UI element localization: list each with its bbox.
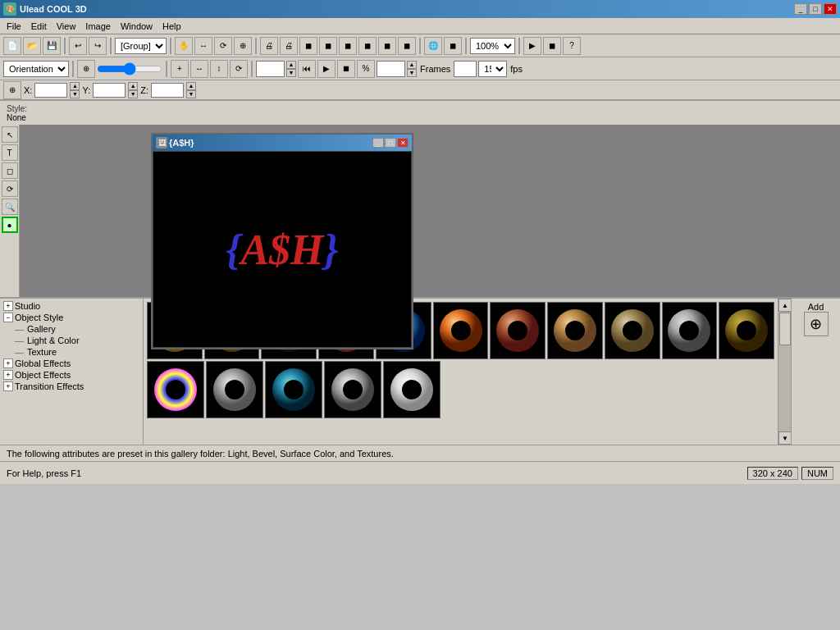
tree-light-color[interactable]: — Light & Color bbox=[2, 335, 141, 346]
tree-object-effects[interactable]: + Object Effects bbox=[2, 369, 141, 381]
menu-help[interactable]: Help bbox=[158, 21, 186, 32]
tool4[interactable]: ⊕ bbox=[234, 37, 252, 55]
t2-btn3[interactable]: ↔ bbox=[190, 60, 208, 78]
tool8[interactable]: ◼ bbox=[358, 37, 377, 55]
gallery-item-dark-gold[interactable] bbox=[719, 302, 774, 359]
special-tool[interactable]: ● bbox=[2, 217, 18, 233]
scroll-thumb[interactable] bbox=[779, 313, 791, 345]
frame-end-input[interactable]: 10 bbox=[377, 61, 405, 77]
tool1[interactable]: ✋ bbox=[175, 37, 193, 55]
tree-object-effects-expand[interactable]: + bbox=[3, 370, 13, 380]
z-up[interactable]: ▲ bbox=[186, 82, 196, 90]
scroll-up-button[interactable]: ▲ bbox=[778, 299, 791, 312]
frame-spin-up[interactable]: ▲ bbox=[286, 61, 296, 69]
menu-edit[interactable]: Edit bbox=[26, 21, 52, 32]
redo-button[interactable]: ↪ bbox=[89, 37, 107, 55]
preview-maximize[interactable]: □ bbox=[385, 138, 396, 148]
tool6[interactable]: ◼ bbox=[319, 37, 337, 55]
tree-studio-expand[interactable]: + bbox=[3, 301, 13, 311]
tree-transition-expand[interactable]: + bbox=[3, 381, 13, 391]
fps-select[interactable]: 15 bbox=[478, 61, 507, 77]
scroll-down-button[interactable]: ▼ bbox=[778, 431, 791, 445]
gallery-item-multicolor[interactable] bbox=[147, 361, 204, 418]
save-button[interactable]: 💾 bbox=[43, 37, 61, 55]
menu-file[interactable]: File bbox=[2, 21, 26, 32]
print2-button[interactable]: 🖨 bbox=[280, 37, 298, 55]
menu-window[interactable]: Window bbox=[116, 21, 158, 32]
tool12[interactable]: ◼ bbox=[444, 37, 462, 55]
add-button[interactable]: ⊕ bbox=[804, 312, 829, 336]
tree-studio[interactable]: + Studio bbox=[2, 300, 141, 312]
frame-end-down[interactable]: ▼ bbox=[407, 69, 417, 77]
gallery-item-silver2[interactable] bbox=[206, 361, 263, 418]
frame-end-up[interactable]: ▲ bbox=[407, 61, 417, 69]
tree-object-style-expand[interactable]: − bbox=[3, 313, 13, 322]
tool3[interactable]: ⟳ bbox=[214, 37, 232, 55]
tree-texture[interactable]: — Texture bbox=[2, 346, 141, 358]
x-up[interactable]: ▲ bbox=[70, 82, 80, 90]
tree-transition-effects[interactable]: + Transition Effects bbox=[2, 381, 141, 392]
tool13[interactable]: ▶ bbox=[523, 37, 541, 55]
print-button[interactable]: 🖨 bbox=[260, 37, 278, 55]
tool10[interactable]: ◼ bbox=[398, 37, 416, 55]
tool15[interactable]: ? bbox=[563, 37, 581, 55]
t2-percent[interactable]: % bbox=[357, 60, 375, 78]
open-button[interactable]: 📂 bbox=[23, 37, 41, 55]
t2-btn5[interactable]: ⟳ bbox=[230, 60, 248, 78]
t2-rewind[interactable]: ⏮ bbox=[298, 60, 316, 78]
gallery-item-teal[interactable] bbox=[265, 361, 322, 418]
tool11[interactable]: 🌐 bbox=[424, 37, 442, 55]
gallery-item-silver-mesh[interactable] bbox=[662, 302, 718, 359]
zoom-tool[interactable]: 🔍 bbox=[2, 199, 18, 215]
frames-value[interactable]: 15 bbox=[454, 61, 477, 77]
y-input[interactable]: 0 bbox=[93, 83, 126, 98]
tree-global-effects[interactable]: + Global Effects bbox=[2, 358, 141, 369]
canvas[interactable]: 🖼 {A$H} _ □ ✕ {A$H} bbox=[20, 125, 840, 297]
t2-play[interactable]: ▶ bbox=[317, 60, 336, 78]
gallery-item-rust[interactable] bbox=[490, 302, 546, 359]
gallery-item-chrome[interactable] bbox=[324, 361, 381, 418]
preview-minimize[interactable]: _ bbox=[372, 138, 384, 148]
frame-input[interactable]: 1 bbox=[256, 61, 285, 77]
slider[interactable] bbox=[97, 62, 162, 75]
coord-icon[interactable]: ⊕ bbox=[3, 81, 21, 99]
group-combo[interactable]: [Group] bbox=[115, 38, 167, 54]
frame-spin[interactable]: ▲ ▼ bbox=[286, 61, 296, 77]
y-up[interactable]: ▲ bbox=[128, 82, 138, 90]
t2-btn4[interactable]: ↕ bbox=[210, 60, 228, 78]
tool14[interactable]: ◼ bbox=[543, 37, 561, 55]
preview-close[interactable]: ✕ bbox=[397, 138, 409, 148]
x-input[interactable]: 0 bbox=[34, 83, 67, 98]
orientation-combo[interactable]: Orientation bbox=[3, 61, 69, 77]
tree-gallery[interactable]: — Gallery bbox=[2, 323, 141, 335]
gallery-item-orange[interactable] bbox=[433, 302, 489, 359]
gallery-item-white[interactable] bbox=[383, 361, 441, 418]
y-down[interactable]: ▼ bbox=[128, 90, 138, 98]
shape-tool[interactable]: ◻ bbox=[2, 162, 18, 179]
tool2[interactable]: ↔ bbox=[194, 37, 212, 55]
undo-button[interactable]: ↩ bbox=[69, 37, 87, 55]
t2-btn2[interactable]: + bbox=[171, 60, 189, 78]
menu-image[interactable]: Image bbox=[80, 21, 116, 32]
tree-global-expand[interactable]: + bbox=[3, 358, 13, 368]
gallery-item-tan[interactable] bbox=[547, 302, 603, 359]
tool5[interactable]: ◼ bbox=[299, 37, 317, 55]
zoom-combo[interactable]: 100% bbox=[470, 38, 515, 54]
menu-view[interactable]: View bbox=[52, 21, 81, 32]
select-tool[interactable]: ↖ bbox=[2, 126, 18, 143]
z-input[interactable]: 0 bbox=[151, 83, 184, 98]
x-down[interactable]: ▼ bbox=[70, 90, 80, 98]
gallery-item-bumpy-tan[interactable] bbox=[605, 302, 660, 359]
t2-stop[interactable]: ⏹ bbox=[337, 60, 355, 78]
z-down[interactable]: ▼ bbox=[186, 90, 196, 98]
tool9[interactable]: ◼ bbox=[378, 37, 396, 55]
tree-object-style[interactable]: − Object Style bbox=[2, 312, 141, 323]
rotate-tool[interactable]: ⟳ bbox=[2, 180, 18, 197]
minimize-button[interactable]: _ bbox=[794, 3, 807, 15]
text-tool[interactable]: T bbox=[2, 144, 18, 161]
frame-spin-down[interactable]: ▼ bbox=[286, 69, 296, 77]
close-button[interactable]: ✕ bbox=[824, 3, 837, 15]
scroll-track[interactable] bbox=[778, 312, 791, 431]
maximize-button[interactable]: □ bbox=[809, 3, 822, 15]
tool7[interactable]: ◼ bbox=[339, 37, 357, 55]
